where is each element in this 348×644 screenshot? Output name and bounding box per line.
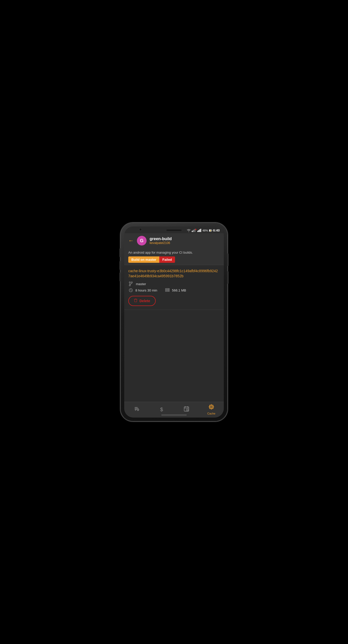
size-group: 566.1 MB (165, 288, 186, 292)
phone-camera (139, 228, 142, 231)
svg-rect-9 (200, 229, 201, 232)
time-size-row: 8 hours 30 min 566.1 (128, 288, 220, 292)
failed-badge: Failed (159, 256, 175, 263)
branch-icon (128, 282, 133, 286)
battery-icon: ⚡ (209, 229, 212, 232)
schedule-icon (184, 406, 189, 413)
cache-age: 8 hours 30 min (135, 288, 157, 292)
app-username: kevalpatel2106 (150, 241, 172, 245)
status-icons: 48% ⚡ 6:40 (187, 228, 220, 232)
svg-rect-7 (198, 230, 199, 232)
app-name: green-build (150, 237, 172, 241)
svg-point-14 (129, 282, 131, 283)
cache-icon (209, 404, 214, 411)
cache-meta: master 8 hours 30 (128, 282, 220, 292)
trash-icon (134, 298, 137, 303)
description-section: An android app for managing your CI buil… (124, 248, 224, 265)
clock-icon (128, 288, 133, 292)
age-group: 8 hours 30 min (128, 288, 157, 292)
cache-size: 566.1 MB (172, 288, 186, 292)
svg-rect-1 (193, 230, 194, 232)
build-badges: Build on master Failed (128, 256, 220, 263)
build-on-master-badge: Build on master (128, 256, 159, 263)
credits-icon: $ (160, 407, 163, 412)
svg-point-32 (211, 407, 212, 407)
svg-rect-11 (212, 230, 212, 231)
phone-speaker (166, 229, 182, 231)
top-nav: ← G green-build kevalpatel2106 (124, 233, 224, 248)
svg-rect-2 (194, 229, 195, 232)
builds-icon (134, 406, 139, 413)
home-bar (161, 415, 187, 416)
svg-point-21 (168, 291, 169, 291)
nav-item-credits[interactable]: $ (149, 407, 174, 412)
svg-rect-6 (197, 231, 198, 232)
battery-text: 48% (202, 229, 208, 232)
nav-item-cache[interactable]: Cache (199, 404, 224, 415)
svg-point-15 (131, 282, 133, 283)
nav-item-schedule[interactable] (174, 406, 199, 413)
cache-card: cache-linux-trusty-e3b0c44298fc1c149afbf… (124, 265, 224, 310)
svg-rect-0 (192, 231, 193, 232)
svg-rect-8 (199, 229, 200, 232)
delete-button[interactable]: Delete (128, 296, 156, 306)
status-time: 6:40 (213, 228, 220, 232)
cache-nav-label: Cache (207, 412, 215, 415)
back-button[interactable]: ← (128, 237, 134, 244)
app-info: green-build kevalpatel2106 (150, 237, 172, 245)
cache-hash: cache-linux-trusty-e3b0c44298fc1c149afbf… (128, 269, 220, 279)
lte-icon (197, 229, 201, 232)
delete-label: Delete (139, 299, 150, 303)
branch-name: master (136, 282, 146, 286)
branch-row: master (128, 282, 220, 286)
svg-point-20 (168, 289, 169, 289)
signal-icon (192, 229, 196, 232)
phone-frame: 48% ⚡ 6:40 ← G green-build kevalpatel210… (121, 223, 227, 421)
empty-area (124, 310, 224, 376)
phone-screen: 48% ⚡ 6:40 ← G green-build kevalpatel210… (124, 226, 224, 418)
avatar: G (137, 236, 147, 246)
storage-icon (165, 288, 170, 292)
svg-text:⚡: ⚡ (210, 230, 212, 232)
nav-item-builds[interactable] (124, 406, 149, 413)
wifi-icon (187, 229, 191, 232)
app-description: An android app for managing your CI buil… (128, 251, 220, 254)
content-area: An android app for managing your CI buil… (124, 248, 224, 402)
